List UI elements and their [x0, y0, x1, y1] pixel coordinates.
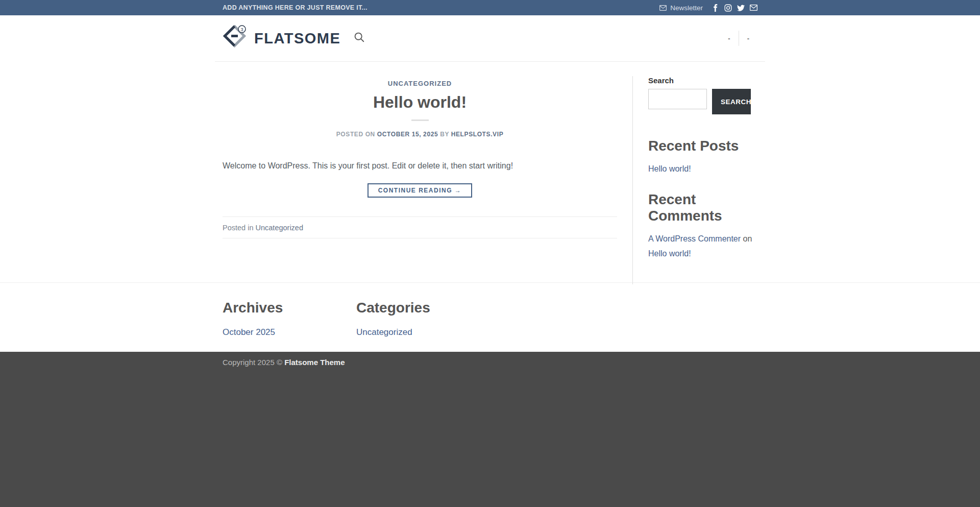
site-header: 3 FLATSOME - -: [0, 15, 980, 62]
newsletter-link[interactable]: Newsletter: [659, 4, 703, 12]
categories-widget: Categories Uncategorized: [356, 300, 490, 337]
post-excerpt: Welcome to WordPress. This is your first…: [223, 160, 617, 172]
header-search-toggle[interactable]: [354, 32, 365, 45]
social-links: [711, 4, 757, 12]
recent-comments-title: Recent Comments: [648, 191, 757, 224]
post-divider-bottom: [223, 238, 617, 238]
archives-widget: Archives October 2025: [223, 300, 356, 337]
post-category: UNCATEGORIZED: [223, 79, 617, 88]
posted-in-category-link[interactable]: Uncategorized: [256, 224, 304, 232]
continue-reading-button[interactable]: CONTINUE READING →: [368, 183, 473, 198]
topbar-message: ADD ANYTHING HERE OR JUST REMOVE IT...: [223, 4, 368, 11]
flatsome-logo-mark-icon: 3: [223, 25, 248, 52]
logo-badge-3: 3: [240, 27, 243, 32]
main-content: UNCATEGORIZED Hello world! POSTED ON OCT…: [0, 62, 980, 282]
category-link[interactable]: UNCATEGORIZED: [388, 80, 452, 87]
site-logo[interactable]: 3 FLATSOME: [223, 25, 340, 52]
recent-comment-item: A WordPress Commenter on Hello world!: [648, 231, 757, 261]
categories-title: Categories: [356, 300, 490, 316]
sidebar-search-label: Search: [648, 76, 757, 85]
absolute-footer: Copyright 2025 © Flatsome Theme: [0, 352, 980, 507]
post-author-link[interactable]: HELPSLOTS.VIP: [451, 131, 503, 138]
posted-in-line: Posted in Uncategorized: [223, 217, 617, 238]
by-label: BY: [440, 131, 449, 138]
recent-comments-widget: Recent Comments A WordPress Commenter on…: [648, 191, 757, 261]
archives-title: Archives: [223, 300, 356, 316]
recent-posts-widget: Recent Posts Hello world!: [648, 138, 757, 177]
footer-empty-col-2: [624, 300, 757, 337]
envelope-icon: [659, 5, 667, 11]
post-meta: POSTED ON OCTOBER 15, 2025 BY HELPSLOTS.…: [223, 131, 617, 138]
post-title: Hello world!: [223, 93, 617, 112]
copyright-brand: Flatsome Theme: [284, 358, 345, 367]
comment-post-link[interactable]: Hello world!: [648, 249, 691, 258]
sidebar-search-input[interactable]: [648, 89, 707, 109]
category-footer-link[interactable]: Uncategorized: [356, 327, 412, 337]
recent-posts-title: Recent Posts: [648, 138, 757, 154]
instagram-icon[interactable]: [724, 4, 732, 12]
facebook-icon[interactable]: [711, 4, 719, 12]
arrow-right-icon: →: [455, 187, 462, 194]
twitter-icon[interactable]: [737, 4, 745, 12]
header-nav: - -: [720, 31, 757, 46]
logo-text: FLATSOME: [254, 30, 340, 47]
comment-author-link[interactable]: A WordPress Commenter: [648, 234, 741, 243]
sidebar: Search SEARCH Recent Posts Hello world! …: [632, 76, 757, 284]
post-article: UNCATEGORIZED Hello world! POSTED ON OCT…: [223, 62, 632, 282]
footer-widgets: Archives October 2025 Categories Uncateg…: [0, 282, 980, 352]
search-icon: [354, 32, 365, 45]
nav-item-1[interactable]: -: [720, 35, 738, 42]
footer-empty-col-1: [490, 300, 624, 337]
posted-on-label: POSTED ON: [336, 131, 375, 138]
newsletter-label: Newsletter: [670, 4, 703, 12]
sidebar-search-button[interactable]: SEARCH: [712, 89, 751, 114]
archive-link[interactable]: October 2025: [223, 327, 275, 337]
email-icon[interactable]: [749, 4, 757, 12]
title-divider: [411, 119, 429, 121]
copyright-line: Copyright 2025 © Flatsome Theme: [223, 358, 757, 367]
post-date-link[interactable]: OCTOBER 15, 2025: [377, 131, 438, 138]
top-bar: ADD ANYTHING HERE OR JUST REMOVE IT... N…: [0, 0, 980, 15]
recent-post-link[interactable]: Hello world!: [648, 164, 691, 173]
nav-item-2[interactable]: -: [739, 35, 757, 42]
